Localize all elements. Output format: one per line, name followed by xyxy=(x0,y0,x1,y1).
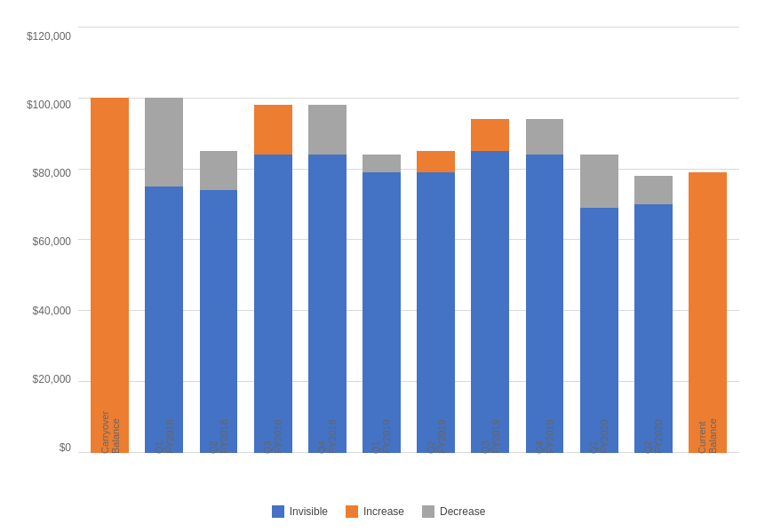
bar-group xyxy=(409,27,463,453)
x-label: Q4 FY2018 xyxy=(316,408,338,454)
legend-swatch-invisible xyxy=(272,505,284,518)
grid-and-bars: Carryover BalanceQ1 FY2018Q2 FY2018Q3 FY… xyxy=(78,27,739,453)
legend-label-increase: Increase xyxy=(363,505,404,518)
bar-segment-decrease xyxy=(200,151,238,190)
x-label-wrap: Current Balance xyxy=(681,404,735,454)
y-axis-label: $0 xyxy=(60,442,71,453)
chart-container: $120,000$100,000$80,000$60,000$40,000$20… xyxy=(0,0,757,532)
bar-segment-increase xyxy=(91,98,129,453)
y-axis-label: $80,000 xyxy=(33,168,71,179)
x-label-wrap: Q2 FY2018 xyxy=(191,404,245,454)
bar-group xyxy=(355,27,409,453)
x-label: Carryover Balance xyxy=(100,408,121,454)
x-label-wrap: Q1 FY2020 xyxy=(572,404,626,454)
x-label-wrap: Q1 FY2018 xyxy=(137,404,191,454)
y-axis-label: $60,000 xyxy=(33,236,71,247)
x-label-wrap: Q2 FY2019 xyxy=(409,404,463,454)
bar-group xyxy=(626,27,681,453)
legend-swatch-increase xyxy=(346,505,358,518)
legend-swatch-decrease xyxy=(422,505,434,518)
x-label-wrap: Q4 FY2018 xyxy=(300,404,355,454)
x-label: Q2 FY2020 xyxy=(642,408,664,454)
bar-group xyxy=(572,27,626,453)
bars-row xyxy=(78,27,739,453)
x-label: Q4 FY2019 xyxy=(534,408,555,454)
x-label: Q1 FY2019 xyxy=(371,408,392,454)
bar-stack xyxy=(308,105,347,453)
bar-stack xyxy=(471,119,509,453)
bar-segment-increase xyxy=(254,105,292,155)
chart-area: $120,000$100,000$80,000$60,000$40,000$20… xyxy=(18,27,739,502)
legend: InvisibleIncreaseDecrease xyxy=(272,505,486,523)
x-label: Q1 FY2018 xyxy=(154,408,175,454)
y-axis-label: $100,000 xyxy=(27,99,71,110)
bar-stack xyxy=(254,105,292,453)
bar-segment-increase xyxy=(417,151,455,172)
x-label: Current Balance xyxy=(697,408,718,454)
bar-segment-decrease xyxy=(634,176,673,204)
bar-group xyxy=(137,27,191,453)
y-axis-label: $40,000 xyxy=(33,306,71,316)
bar-stack xyxy=(91,98,129,453)
x-label: Q3 FY2019 xyxy=(480,408,501,454)
bar-group xyxy=(681,27,735,453)
x-label: Q3 FY2018 xyxy=(262,408,283,454)
x-labels: Carryover BalanceQ1 FY2018Q2 FY2018Q3 FY… xyxy=(78,404,739,453)
x-label-wrap: Q2 FY2020 xyxy=(626,404,681,454)
bar-group xyxy=(517,27,571,453)
bar-stack xyxy=(526,119,564,453)
y-axis-label: $120,000 xyxy=(27,31,71,42)
legend-label-decrease: Decrease xyxy=(440,505,485,518)
bar-segment-decrease xyxy=(580,155,618,208)
y-axis-label: $20,000 xyxy=(33,374,71,385)
bar-segment-decrease xyxy=(145,98,183,187)
x-label-wrap: Q3 FY2019 xyxy=(463,404,517,454)
x-label-wrap: Carryover Balance xyxy=(83,404,137,454)
x-label-wrap: Q3 FY2018 xyxy=(246,404,300,454)
bar-group xyxy=(463,27,517,453)
bar-segment-decrease xyxy=(308,105,347,155)
legend-item-decrease: Decrease xyxy=(422,505,485,518)
x-label: Q2 FY2018 xyxy=(208,408,229,454)
chart-inner: Carryover BalanceQ1 FY2018Q2 FY2018Q3 FY… xyxy=(78,27,739,502)
x-label: Q1 FY2020 xyxy=(588,408,610,454)
legend-item-invisible: Invisible xyxy=(272,505,328,518)
bar-segment-decrease xyxy=(526,119,564,155)
x-label: Q2 FY2019 xyxy=(426,408,447,454)
y-axis: $120,000$100,000$80,000$60,000$40,000$20… xyxy=(18,27,78,502)
bar-group xyxy=(83,27,137,453)
bar-segment-decrease xyxy=(363,155,401,172)
bar-group xyxy=(246,27,300,453)
x-label-wrap: Q4 FY2019 xyxy=(517,404,571,454)
bar-stack xyxy=(145,98,183,453)
bar-group xyxy=(191,27,245,453)
x-label-wrap: Q1 FY2019 xyxy=(355,404,409,454)
bar-segment-increase xyxy=(471,119,509,151)
legend-item-increase: Increase xyxy=(346,505,404,518)
bar-group xyxy=(300,27,355,453)
legend-label-invisible: Invisible xyxy=(290,505,328,518)
